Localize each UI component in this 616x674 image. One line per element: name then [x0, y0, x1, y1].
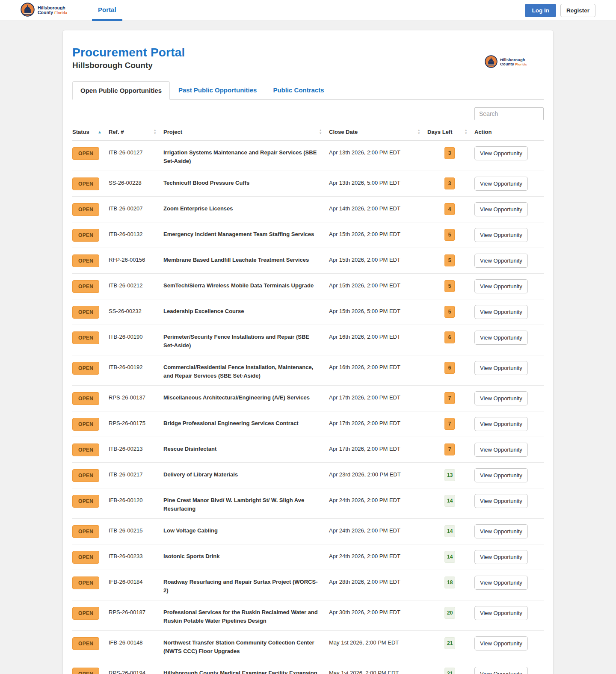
table-row: OPEN ITB-26-00217 Delivery of Library Ma…	[72, 463, 544, 488]
days-left-badge: 5	[444, 229, 455, 241]
view-opportunity-button[interactable]: View Opportunity	[474, 443, 528, 457]
project-title: Roadway Resurfacing and Repair Surtax Pr…	[163, 576, 329, 594]
opportunities-table: Status ▲ Ref. # ▲▼ Project ▲▼ Close Date…	[72, 125, 544, 674]
days-left-badge: 5	[444, 254, 455, 266]
column-header-close-date[interactable]: Close Date ▲▼	[329, 129, 427, 135]
view-opportunity-button[interactable]: View Opportunity	[474, 550, 528, 564]
close-date: Apr 17th 2026, 2:00 PM EDT	[329, 391, 427, 402]
sort-icon: ▲▼	[319, 129, 322, 135]
view-opportunity-button[interactable]: View Opportunity	[474, 524, 528, 538]
brand-text: Hillsborough County Florida	[38, 6, 67, 15]
tab-public-contracts[interactable]: Public Contracts	[265, 81, 332, 99]
close-date: Apr 17th 2026, 2:00 PM EDT	[329, 417, 427, 428]
ref-number: RPS-26-00175	[109, 417, 163, 428]
ref-number: SS-26-00232	[109, 305, 163, 316]
days-left-badge: 5	[444, 306, 455, 318]
status-badge: OPEN	[72, 469, 99, 482]
tab-past-public-opportunities[interactable]: Past Public Opportunities	[171, 81, 264, 99]
column-header-ref[interactable]: Ref. # ▲▼	[109, 129, 163, 135]
status-badge: OPEN	[72, 551, 99, 564]
status-badge: OPEN	[72, 637, 99, 650]
view-opportunity-button[interactable]: View Opportunity	[474, 391, 528, 405]
nav-portal-tab[interactable]: Portal	[92, 0, 122, 21]
project-title: Bridge Professional Engineering Services…	[163, 417, 329, 428]
status-badge: OPEN	[72, 495, 99, 508]
view-opportunity-button[interactable]: View Opportunity	[474, 636, 528, 650]
top-navbar: Hillsborough County Florida Portal Log I…	[0, 0, 616, 21]
ref-number: RPS-26-00137	[109, 391, 163, 402]
project-title: Professional Services for the Ruskin Rec…	[163, 606, 329, 625]
view-opportunity-button[interactable]: View Opportunity	[474, 417, 528, 431]
ref-number: ITB-26-00213	[109, 443, 163, 453]
ref-number: IFB-26-00148	[109, 636, 163, 647]
view-opportunity-button[interactable]: View Opportunity	[474, 667, 528, 674]
tab-open-public-opportunities[interactable]: Open Public Opportunities	[72, 81, 170, 100]
view-opportunity-button[interactable]: View Opportunity	[474, 576, 528, 590]
days-left-badge: 21	[444, 668, 455, 674]
table-row: OPEN RPS-26-00175 Bridge Professional En…	[72, 411, 544, 437]
view-opportunity-button[interactable]: View Opportunity	[474, 177, 528, 191]
column-header-project[interactable]: Project ▲▼	[163, 129, 329, 135]
column-header-days-left[interactable]: Days Left ▲▼	[427, 129, 474, 135]
view-opportunity-button[interactable]: View Opportunity	[474, 228, 528, 242]
project-title: Hillsborough County Medical Examiner Fac…	[163, 667, 329, 674]
status-badge: OPEN	[72, 229, 99, 242]
days-left-badge: 14	[444, 525, 455, 537]
procurement-portal-card: Procurement Portal Hillsborough County H…	[62, 30, 554, 674]
close-date: Apr 16th 2026, 2:00 PM EDT	[329, 361, 427, 372]
table-row: OPEN ITB-26-00127 Irrigation Systems Mai…	[72, 141, 544, 171]
page-subtitle: Hillsborough County	[72, 61, 185, 70]
ref-number: SS-26-00228	[109, 177, 163, 187]
days-left-badge: 7	[444, 418, 455, 430]
status-badge: OPEN	[72, 203, 99, 216]
view-opportunity-button[interactable]: View Opportunity	[474, 202, 528, 216]
status-badge: OPEN	[72, 443, 99, 456]
status-badge: OPEN	[72, 525, 99, 538]
table-row: OPEN RFP-26-00156 Membrane Based Landfil…	[72, 248, 544, 274]
status-badge: OPEN	[72, 147, 99, 160]
close-date: Apr 15th 2026, 2:00 PM EDT	[329, 228, 427, 239]
view-opportunity-button[interactable]: View Opportunity	[474, 279, 528, 293]
days-left-badge: 14	[444, 495, 455, 507]
table-row: OPEN ITB-26-00132 Emergency Incident Man…	[72, 222, 544, 248]
ref-number: ITB-26-00217	[109, 468, 163, 479]
view-opportunity-button[interactable]: View Opportunity	[474, 331, 528, 345]
view-opportunity-button[interactable]: View Opportunity	[474, 494, 528, 508]
days-left-badge: 14	[444, 551, 455, 563]
close-date: Apr 24th 2026, 2:00 PM EDT	[329, 550, 427, 561]
table-row: OPEN IFB-26-00148 Northwest Transfer Sta…	[72, 631, 544, 661]
close-date: Apr 13th 2026, 2:00 PM EDT	[329, 146, 427, 157]
close-date: Apr 13th 2026, 5:00 PM EDT	[329, 177, 427, 187]
ref-number: ITB-26-00127	[109, 146, 163, 157]
status-badge: OPEN	[72, 177, 99, 190]
login-button[interactable]: Log In	[525, 4, 556, 17]
view-opportunity-button[interactable]: View Opportunity	[474, 361, 528, 375]
column-header-status[interactable]: Status ▲	[72, 129, 109, 135]
days-left-badge: 20	[444, 607, 455, 619]
ref-number: IFB-26-00120	[109, 494, 163, 505]
days-left-badge: 18	[444, 576, 455, 588]
close-date: Apr 14th 2026, 2:00 PM EDT	[329, 202, 427, 213]
status-badge: OPEN	[72, 280, 99, 293]
close-date: Apr 15th 2026, 2:00 PM EDT	[329, 279, 427, 290]
status-badge: OPEN	[72, 331, 99, 344]
view-opportunity-button[interactable]: View Opportunity	[474, 606, 528, 620]
table-row: OPEN RPS-26-00194 Hillsborough County Me…	[72, 661, 544, 674]
hillsborough-county-logo[interactable]: Hillsborough County Florida	[21, 3, 67, 18]
project-title: Emergency Incident Management Team Staff…	[163, 228, 329, 239]
close-date: May 1st 2026, 2:00 PM EDT	[329, 636, 427, 647]
view-opportunity-button[interactable]: View Opportunity	[474, 146, 528, 160]
view-opportunity-button[interactable]: View Opportunity	[474, 254, 528, 268]
table-row: OPEN ITB-26-00213 Rescue Disinfectant Ap…	[72, 437, 544, 463]
search-input[interactable]	[474, 107, 544, 120]
project-title: Commercial/Residential Fence Installatio…	[163, 361, 329, 380]
table-row: OPEN ITB-26-00233 Isotonic Sports Drink …	[72, 544, 544, 570]
project-title: SemTech/Sierra Wireless Mobile Data Term…	[163, 279, 329, 290]
register-button[interactable]: Register	[560, 4, 595, 17]
project-title: Leadership Excellence Course	[163, 305, 329, 316]
table-row: OPEN ITB-26-00190 Perimeter/Security Fen…	[72, 325, 544, 355]
view-opportunity-button[interactable]: View Opportunity	[474, 305, 528, 319]
view-opportunity-button[interactable]: View Opportunity	[474, 468, 528, 482]
days-left-badge: 7	[444, 443, 455, 455]
ref-number: ITB-26-00190	[109, 331, 163, 341]
